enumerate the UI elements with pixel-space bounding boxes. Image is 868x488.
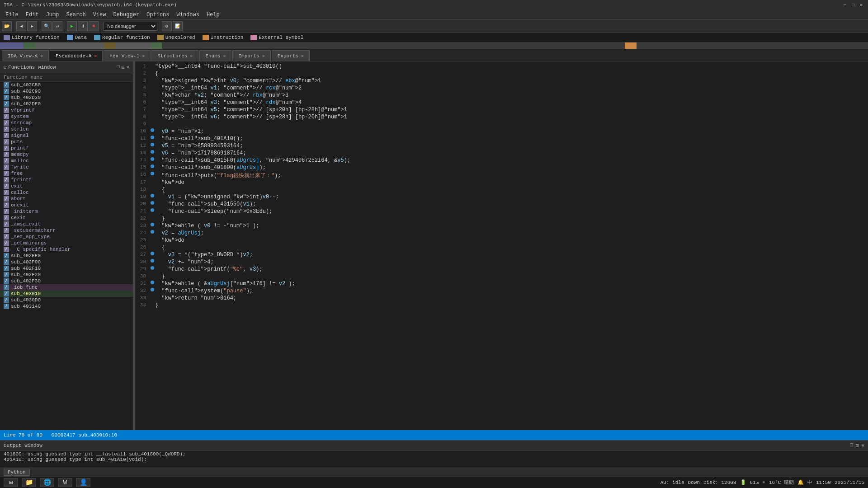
line-breakpoint[interactable] <box>150 128 155 132</box>
function-item[interactable]: /sub_402F00 <box>0 259 133 265</box>
code-line[interactable]: 18 { <box>135 187 868 194</box>
toolbar-open[interactable]: 📂 <box>2 21 12 31</box>
tab-exports-close[interactable]: ✕ <box>301 53 304 59</box>
tab-pseudocode-close[interactable]: ✕ <box>94 53 97 59</box>
toolbar-search[interactable]: 🔍 <box>42 21 52 31</box>
taskbar-start[interactable]: ⊞ <box>4 478 18 487</box>
code-line[interactable]: 28 v2 += "num">4; <box>135 259 868 266</box>
function-item[interactable]: /puts <box>0 139 133 145</box>
tab-exports[interactable]: Exports ✕ <box>272 50 310 61</box>
functions-float-btn[interactable]: ⊡ <box>122 64 125 70</box>
function-item[interactable]: /sub_402F20 <box>0 272 133 278</box>
tab-structures[interactable]: Structures ✕ <box>151 50 198 61</box>
line-breakpoint[interactable] <box>150 150 155 154</box>
line-breakpoint[interactable] <box>150 172 155 175</box>
toolbar-forward[interactable]: ▶ <box>27 21 37 31</box>
function-item[interactable]: /_getmainargs <box>0 240 133 246</box>
line-breakpoint[interactable] <box>150 223 155 226</box>
line-breakpoint[interactable] <box>150 201 155 205</box>
toolbar-run[interactable]: ▶ <box>67 21 77 31</box>
nav-bar[interactable] <box>0 42 868 49</box>
code-line[interactable]: 30 } <box>135 273 868 281</box>
function-item[interactable]: /exit <box>0 183 133 189</box>
function-item[interactable]: /sub_402DE0 <box>0 101 133 107</box>
function-item[interactable]: /free <box>0 170 133 177</box>
function-item[interactable]: /_setusermatherr <box>0 227 133 234</box>
function-item[interactable]: /malloc <box>0 158 133 164</box>
function-item[interactable]: /_initterm <box>0 208 133 215</box>
function-item[interactable]: /abort <box>0 196 133 202</box>
tab-ida-view-close[interactable]: ✕ <box>40 53 43 59</box>
code-line[interactable]: 7 "type">__int64 v5; "comment">// [sp+20… <box>135 107 868 114</box>
menu-item-file[interactable]: File <box>2 10 22 19</box>
taskbar-user[interactable]: 👤 <box>76 478 90 487</box>
functions-list[interactable]: /sub_402C50/sub_402C90/sub_402D30/sub_40… <box>0 82 133 430</box>
line-breakpoint[interactable] <box>150 281 155 284</box>
line-breakpoint[interactable] <box>150 208 155 212</box>
code-line[interactable]: 33 "kw">return "num">0i64; <box>135 295 868 302</box>
function-item[interactable]: /cexit <box>0 215 133 221</box>
output-float-btn[interactable]: ⊡ <box>856 442 859 448</box>
menu-item-edit[interactable]: Edit <box>22 10 42 19</box>
function-item[interactable]: /sub_402D30 <box>0 94 133 101</box>
menu-item-jump[interactable]: Jump <box>42 10 63 19</box>
line-breakpoint[interactable] <box>150 136 155 139</box>
tab-pseudocode[interactable]: Pseudocode-A ✕ <box>50 50 103 61</box>
toolbar-pause[interactable]: ⏸ <box>78 21 88 31</box>
line-breakpoint[interactable] <box>150 288 155 291</box>
function-item[interactable]: /vfprintf <box>0 107 133 113</box>
line-breakpoint[interactable] <box>150 164 155 168</box>
code-line[interactable]: 5 "kw">char *v2; "comment">// rbx@"num">… <box>135 92 868 99</box>
code-line[interactable]: 14 "func-call">sub_4015F0(aUgrUsj, "num"… <box>135 157 868 164</box>
code-line[interactable]: 20 "func-call">sub_401550(v1); <box>135 201 868 208</box>
function-item[interactable]: /_set_app_type <box>0 234 133 240</box>
function-item[interactable]: /onexit <box>0 202 133 208</box>
function-item[interactable]: /signal <box>0 132 133 139</box>
line-breakpoint[interactable] <box>150 252 155 255</box>
debugger-combo[interactable]: No debugger <box>103 22 157 31</box>
line-breakpoint[interactable] <box>150 194 155 197</box>
taskbar-explorer[interactable]: 📁 <box>22 478 36 487</box>
code-line[interactable]: 1"type">__int64 "func-call">sub_403010() <box>135 63 868 70</box>
function-item[interactable]: /system <box>0 113 133 120</box>
taskbar-word[interactable]: W <box>58 478 72 487</box>
line-breakpoint[interactable] <box>150 266 155 270</box>
output-min-btn[interactable]: □ <box>850 442 853 448</box>
code-line[interactable]: 34} <box>135 302 868 310</box>
code-line[interactable]: 4 "type">__int64 v1; "comment">// rcx@"n… <box>135 85 868 92</box>
line-breakpoint[interactable] <box>150 157 155 161</box>
code-line[interactable]: 21 "func-call">Sleep("num">0x3E8u); <box>135 208 868 216</box>
close-button[interactable]: ✕ <box>858 2 864 8</box>
code-line[interactable]: 15 "func-call">sub_401800(aUgrUsj); <box>135 164 868 172</box>
function-item[interactable]: /sub_402F30 <box>0 278 133 284</box>
tab-enums[interactable]: Enums ✕ <box>199 50 231 61</box>
tab-imports-close[interactable]: ✕ <box>262 53 265 59</box>
function-item[interactable]: /strncmp <box>0 120 133 126</box>
toolbar-plugin[interactable]: ⚙ <box>162 21 172 31</box>
tab-enums-close[interactable]: ✕ <box>223 53 226 59</box>
code-line[interactable]: 26 { <box>135 244 868 252</box>
menu-item-search[interactable]: Search <box>62 10 89 19</box>
code-line[interactable]: 27 v3 = *("type">_DWORD *)v2; <box>135 252 868 259</box>
code-line[interactable]: 16 "func-call">puts("flag很快就出来了："); <box>135 172 868 179</box>
code-line[interactable]: 2{ <box>135 70 868 78</box>
tab-hex-view[interactable]: Hex View-1 ✕ <box>104 50 151 61</box>
maximize-button[interactable]: □ <box>850 2 856 8</box>
menu-item-debugger[interactable]: Debugger <box>109 10 143 19</box>
function-item[interactable]: /sub_4030D0 <box>0 297 133 303</box>
toolbar-script[interactable]: 📝 <box>173 21 183 31</box>
minimize-button[interactable]: ─ <box>842 2 848 8</box>
menu-item-windows[interactable]: Windows <box>173 10 203 19</box>
function-item[interactable]: /memcpy <box>0 151 133 158</box>
code-line[interactable]: 25 "kw">do <box>135 237 868 244</box>
menu-item-view[interactable]: View <box>90 10 110 19</box>
tab-structures-close[interactable]: ✕ <box>190 53 193 59</box>
code-line[interactable]: 12 v5 = "num">8589934593i64; <box>135 143 868 150</box>
function-item[interactable]: /sub_402F10 <box>0 265 133 272</box>
code-line[interactable]: 10 v0 = "num">1; <box>135 128 868 136</box>
code-line[interactable]: 29 "func-call">printf("%c", v3); <box>135 266 868 273</box>
code-line[interactable]: 6 "type">__int64 v3; "comment">// rdx@"n… <box>135 99 868 107</box>
code-line[interactable]: 11 "func-call">sub_401A10(); <box>135 136 868 143</box>
toolbar-goto[interactable]: ↵ <box>52 21 62 31</box>
code-line[interactable]: 17 "kw">do <box>135 179 868 187</box>
